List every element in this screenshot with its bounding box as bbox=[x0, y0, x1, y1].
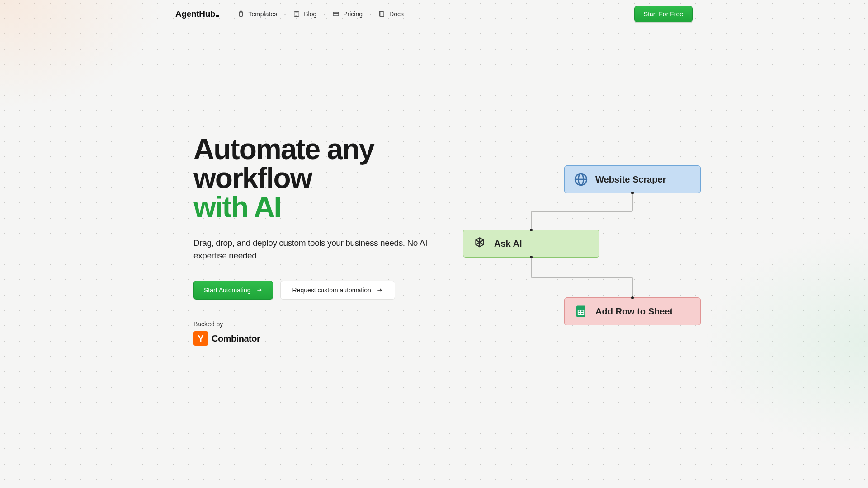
port-icon bbox=[530, 256, 533, 258]
headline-plain: Automate any workflow bbox=[193, 133, 374, 194]
node-label: Website Scraper bbox=[595, 174, 666, 185]
connector-line bbox=[632, 277, 633, 297]
brand-name: AgentHub bbox=[175, 9, 215, 19]
sheets-icon bbox=[573, 303, 589, 319]
connector-line bbox=[632, 193, 633, 211]
top-nav: AgentHub Templates Blog Pricing Docs Sta… bbox=[0, 4, 868, 24]
nav-separator bbox=[284, 14, 286, 15]
nav-pricing[interactable]: Pricing bbox=[332, 10, 363, 18]
workflow-diagram: Website Scraper Ask AI Add Row to Sheet bbox=[461, 165, 714, 333]
arrow-right-icon bbox=[256, 287, 263, 293]
nav-docs[interactable]: Docs bbox=[378, 10, 404, 18]
port-icon bbox=[530, 229, 533, 231]
book-icon bbox=[378, 10, 386, 18]
nav-label: Pricing bbox=[343, 10, 363, 18]
request-custom-button[interactable]: Request custom automation bbox=[280, 281, 395, 300]
hero-buttons: Start Automating Request custom automati… bbox=[193, 281, 465, 300]
node-website-scraper[interactable]: Website Scraper bbox=[564, 165, 701, 193]
credit-card-icon bbox=[332, 10, 340, 18]
svg-rect-6 bbox=[333, 12, 339, 16]
yc-logo: Y Combinator bbox=[193, 331, 465, 346]
nav-label: Templates bbox=[248, 10, 277, 18]
node-ask-ai[interactable]: Ask AI bbox=[463, 230, 599, 258]
port-icon bbox=[631, 192, 634, 194]
node-add-row[interactable]: Add Row to Sheet bbox=[564, 297, 701, 325]
port-icon bbox=[631, 296, 634, 299]
globe-icon bbox=[573, 171, 589, 188]
connector-line bbox=[531, 211, 632, 212]
backed-by: Backed by Y Combinator bbox=[193, 320, 465, 346]
connector-line bbox=[531, 258, 532, 277]
nav-templates[interactable]: Templates bbox=[237, 10, 277, 18]
brand-logo[interactable]: AgentHub bbox=[175, 9, 219, 19]
connector-line bbox=[531, 211, 532, 230]
newspaper-icon bbox=[293, 10, 300, 18]
nav-blog[interactable]: Blog bbox=[293, 10, 316, 18]
openai-icon bbox=[472, 235, 488, 252]
start-automating-button[interactable]: Start Automating bbox=[193, 281, 273, 300]
start-free-button[interactable]: Start For Free bbox=[634, 6, 693, 22]
nav-label: Docs bbox=[389, 10, 404, 18]
clipboard-icon bbox=[237, 10, 245, 18]
button-label: Start Automating bbox=[204, 286, 251, 294]
yc-badge-icon: Y bbox=[193, 331, 208, 346]
node-label: Ask AI bbox=[494, 239, 522, 249]
headline-accent: with AI bbox=[193, 191, 281, 223]
button-label: Request custom automation bbox=[292, 286, 371, 294]
arrow-right-icon bbox=[377, 287, 383, 293]
hero-headline: Automate any workflow with AI bbox=[193, 135, 465, 221]
backed-label: Backed by bbox=[193, 320, 465, 328]
connector-line bbox=[531, 277, 632, 278]
node-label: Add Row to Sheet bbox=[595, 306, 673, 317]
nav-label: Blog bbox=[304, 10, 316, 18]
cursor-icon bbox=[216, 15, 219, 17]
nav-separator bbox=[324, 14, 325, 15]
yc-name: Combinator bbox=[212, 333, 260, 344]
nav-separator bbox=[370, 14, 371, 15]
nav-links: Templates Blog Pricing Docs bbox=[237, 10, 404, 18]
hero-subtext: Drag, drop, and deploy custom tools your… bbox=[193, 237, 438, 262]
hero: Automate any workflow with AI Drag, drop… bbox=[193, 135, 465, 346]
